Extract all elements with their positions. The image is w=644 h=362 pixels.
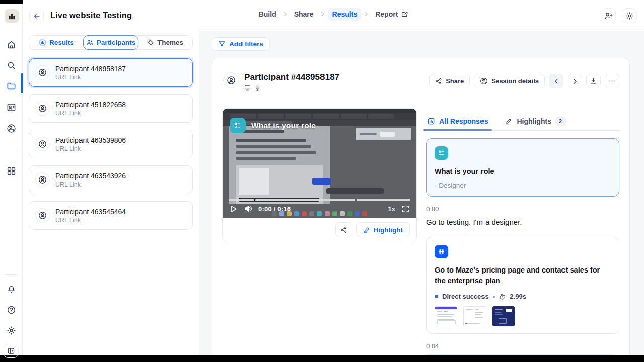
nav-settings[interactable]	[6, 325, 17, 336]
participant-card[interactable]: Participant 463545464URL Link	[29, 201, 193, 230]
download-button[interactable]	[586, 74, 601, 88]
download-icon	[590, 77, 597, 85]
participant-name: Participant 463545464	[55, 208, 126, 216]
tab-all-responses[interactable]: All Responses	[426, 112, 489, 130]
share-button[interactable]: Share	[429, 74, 470, 88]
add-filters-button[interactable]: Add filters	[212, 37, 270, 51]
filter-icon	[218, 40, 226, 48]
responses-tabs: All Responses Highlights 2	[426, 112, 619, 131]
participant-card[interactable]: Participant 451822658URL Link	[29, 94, 193, 123]
share-icon	[435, 78, 442, 85]
logo-bars-icon	[8, 13, 16, 20]
checklist-icon	[438, 149, 445, 157]
response-card-mission[interactable]: Go to Maze's pricing page and contact sa…	[426, 237, 619, 334]
tab-themes[interactable]: Themes	[138, 36, 192, 49]
breadcrumb-build[interactable]: Build	[255, 8, 280, 21]
participant-name: Participant 448958187	[55, 65, 126, 73]
mission-status-row: Direct success • 2.99s	[435, 293, 611, 300]
nav-participants[interactable]	[6, 102, 17, 113]
bar-chart-icon	[427, 117, 435, 125]
more-options-button[interactable]	[605, 74, 619, 88]
nav-projects[interactable]	[6, 81, 17, 92]
tab-participants[interactable]: Participants	[83, 35, 138, 50]
person-circle-icon	[38, 104, 47, 113]
play-icon[interactable]	[229, 205, 238, 213]
bar-chart-icon	[39, 39, 46, 46]
recording-button	[312, 178, 331, 185]
breadcrumb-report[interactable]: Report	[371, 8, 412, 21]
nav-home[interactable]	[6, 39, 17, 50]
recording-notification	[356, 128, 411, 140]
back-button[interactable]	[29, 9, 44, 23]
thumbnail[interactable]	[463, 306, 486, 326]
participant-header: Participant #448958187	[223, 72, 339, 91]
fullscreen-icon[interactable]	[401, 205, 410, 213]
transcript-text: Go to testing. I'm a designer.	[426, 217, 619, 227]
breadcrumb-share[interactable]: Share	[290, 8, 318, 21]
chevron-right-icon	[282, 11, 288, 17]
share-clip-button[interactable]	[335, 222, 352, 237]
panel-toggle-icon	[7, 347, 15, 355]
response-card-question[interactable]: What is your role · Designer	[426, 138, 619, 197]
screenshot-thumbnails	[435, 306, 611, 326]
avatar	[35, 172, 50, 187]
left-rail	[0, 4, 23, 355]
tag-icon	[147, 39, 154, 46]
settings-button[interactable]	[622, 8, 637, 23]
participant-name: Participant 451822658	[55, 101, 126, 109]
tab-highlights[interactable]: Highlights 2	[504, 112, 566, 130]
page-title: Live website Testing	[50, 11, 132, 20]
ellipsis-icon	[608, 77, 616, 85]
people-icon	[86, 39, 94, 46]
maze-logo[interactable]	[5, 9, 19, 23]
status-label: Direct success	[442, 293, 489, 300]
rail-divider-bottom	[5, 274, 17, 275]
question-answer: · Designer	[435, 182, 611, 189]
next-participant-button[interactable]	[568, 74, 582, 88]
video-player[interactable]: What is your role 0:00 / 0:16 1x	[223, 109, 416, 218]
participant-card[interactable]: Participant 463543926URL Link	[29, 165, 193, 194]
mission-block-icon	[435, 245, 448, 258]
responses-column: All Responses Highlights 2 What is your …	[426, 112, 619, 355]
person-circle-icon	[38, 211, 47, 220]
thumbnail[interactable]	[435, 306, 457, 326]
volume-icon[interactable]	[244, 204, 253, 213]
share-icon	[340, 226, 347, 233]
highlighter-icon	[505, 117, 513, 125]
person-circle-icon	[480, 77, 488, 85]
breadcrumb-results[interactable]: Results	[328, 8, 362, 21]
video-overlay-header: What is your role	[230, 118, 316, 133]
invite-button[interactable]	[601, 8, 616, 23]
avatar	[35, 65, 50, 80]
playback-speed[interactable]: 1x	[388, 205, 395, 213]
participant-card[interactable]: Participant 448958187URL Link	[29, 58, 193, 87]
nav-help[interactable]	[6, 305, 17, 315]
nav-apps[interactable]	[6, 166, 17, 176]
participant-source: URL Link	[55, 74, 126, 81]
breadcrumb: Build Share Results Report	[255, 8, 413, 21]
back-arrow-icon	[33, 12, 41, 20]
video-footer: Highlight	[223, 218, 416, 242]
previous-participant-button[interactable]	[549, 74, 564, 88]
home-icon	[7, 40, 16, 49]
session-recording-card: What is your role 0:00 / 0:16 1x	[222, 108, 417, 242]
header-actions: Share Session details	[429, 74, 619, 88]
nav-search[interactable]	[6, 60, 17, 71]
nav-notifications[interactable]	[6, 284, 17, 294]
video-progress-bar[interactable]	[229, 199, 410, 201]
participant-name: Participant 463539806	[55, 136, 126, 144]
gear-icon	[7, 326, 16, 335]
tab-results[interactable]: Results	[29, 36, 84, 49]
thumbnail[interactable]	[492, 306, 515, 326]
session-details-button[interactable]: Session details	[474, 74, 545, 88]
person-circle-icon	[38, 175, 47, 184]
status-dot	[435, 295, 438, 298]
recording-page	[229, 126, 330, 204]
highlight-button[interactable]: Highlight	[356, 222, 410, 237]
gear-icon	[625, 12, 634, 20]
search-icon	[7, 61, 16, 70]
nav-recruit[interactable]	[6, 123, 17, 134]
highlights-count-badge: 2	[555, 117, 566, 126]
collapse-sidebar-button[interactable]	[4, 344, 19, 358]
participant-card[interactable]: Participant 463539806URL Link	[29, 130, 193, 158]
